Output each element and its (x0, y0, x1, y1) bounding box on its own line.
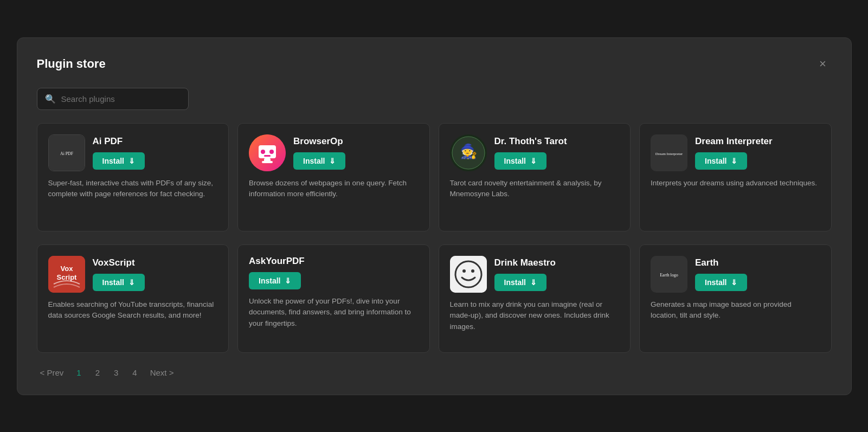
plugin-name: AskYourPDF (249, 256, 305, 267)
plugin-name-install: Dr. Thoth's Tarot Install ⇓ (494, 136, 567, 170)
plugin-top: BrowserOp Install ⇓ (249, 134, 419, 171)
svg-point-3 (269, 150, 274, 154)
install-label: Install (102, 157, 124, 165)
pagination: < Prev 1 2 3 4 Next > (37, 366, 832, 379)
plugin-name-install: Ai PDF Install ⇓ (93, 136, 145, 170)
plugin-name-install: AskYourPDF Install ⇓ (249, 256, 419, 289)
svg-rect-4 (264, 155, 271, 157)
plugin-card-voxscript: Vox Script VoxScript Install ⇓ Enables s… (37, 244, 229, 353)
install-label: Install (705, 278, 726, 287)
plugin-card-earth: Earth Install ⇓ Generates a map image ba… (639, 244, 832, 353)
download-icon: ⇓ (128, 157, 135, 165)
plugin-card-askyourpdf: AskYourPDF Install ⇓ Unlock the power of… (237, 244, 430, 353)
plugin-top: AskYourPDF Install ⇓ (249, 256, 419, 289)
install-button-drink-maestro[interactable]: Install ⇓ (494, 274, 546, 291)
search-icon: 🔍 (45, 94, 56, 104)
modal-header: Plugin store × (37, 55, 832, 73)
plugin-name: Ai PDF (93, 136, 145, 147)
ai-pdf-logo (48, 134, 85, 171)
install-button-ai-pdf[interactable]: Install ⇓ (93, 152, 145, 170)
svg-point-15 (462, 269, 466, 273)
plugin-name-install: Drink Maestro Install ⇓ (494, 257, 556, 291)
page-2-button[interactable]: 2 (91, 366, 104, 379)
page-1-button[interactable]: 1 (72, 366, 85, 379)
plugin-card-ai-pdf: Ai PDF Install ⇓ Super-fast, interactive… (37, 123, 229, 231)
plugin-top: Drink Maestro Install ⇓ (450, 256, 620, 293)
svg-point-2 (261, 150, 265, 154)
plugin-card-browserop: BrowserOp Install ⇓ Browse dozens of web… (237, 123, 430, 231)
install-label: Install (504, 157, 526, 165)
download-icon: ⇓ (530, 278, 537, 287)
download-icon: ⇓ (530, 157, 537, 165)
install-label: Install (303, 157, 325, 165)
plugin-top: Ai PDF Install ⇓ (48, 134, 218, 171)
install-button-thoth[interactable]: Install ⇓ (494, 152, 546, 170)
plugin-name-install: BrowserOp Install ⇓ (293, 136, 345, 170)
plugin-description: Interprets your dreams using advanced te… (651, 178, 820, 189)
plugin-card-dream-interpreter: Dream Interpreter Install ⇓ Interprets y… (639, 123, 832, 231)
plugin-description: Tarot card novelty entertainment & analy… (450, 178, 620, 201)
plugin-name: VoxScript (93, 257, 145, 268)
thoth-logo: 🧙 (450, 134, 487, 171)
plugin-card-drink-maestro: Drink Maestro Install ⇓ Learn to mix any… (439, 244, 631, 353)
plugin-top: 🧙 Dr. Thoth's Tarot Install ⇓ (450, 134, 620, 171)
install-button-voxscript[interactable]: Install ⇓ (93, 274, 145, 291)
install-label: Install (259, 276, 280, 285)
svg-text:🧙: 🧙 (460, 143, 478, 160)
plugins-grid-row2: Vox Script VoxScript Install ⇓ Enables s… (37, 244, 832, 353)
plugin-description: Generates a map image based on provided … (651, 299, 820, 322)
svg-text:Vox: Vox (60, 265, 73, 273)
browserop-logo (249, 134, 286, 171)
install-button-browserop[interactable]: Install ⇓ (293, 152, 345, 170)
modal-title: Plugin store (37, 57, 106, 71)
svg-text:Script: Script (56, 273, 77, 281)
install-label: Install (504, 278, 526, 287)
plugin-description: Enables searching of YouTube transcripts… (48, 299, 218, 322)
plugin-name: Earth (695, 257, 747, 268)
plugin-description: Unlock the power of your PDFs!, dive int… (249, 296, 419, 330)
close-button[interactable]: × (814, 55, 832, 73)
download-icon: ⇓ (285, 276, 291, 285)
plugin-description: Browse dozens of webpages in one query. … (249, 178, 419, 201)
install-button-dream[interactable]: Install ⇓ (695, 152, 747, 170)
search-bar: 🔍 (37, 88, 189, 110)
search-input[interactable] (61, 94, 181, 104)
svg-rect-6 (262, 161, 273, 163)
plugins-grid-row1: Ai PDF Install ⇓ Super-fast, interactive… (37, 123, 832, 231)
plugin-description: Learn to mix any drink you can imagine (… (450, 299, 620, 333)
prev-button[interactable]: < Prev (37, 366, 67, 379)
plugin-name: Drink Maestro (494, 257, 556, 268)
plugin-top: Vox Script VoxScript Install ⇓ (48, 256, 218, 293)
page-4-button[interactable]: 4 (128, 366, 141, 379)
plugin-name-install: VoxScript Install ⇓ (93, 257, 145, 291)
install-button-earth[interactable]: Install ⇓ (695, 274, 747, 291)
dream-logo (651, 134, 687, 171)
plugin-name: Dream Interpreter (695, 136, 773, 147)
plugin-store-modal: Plugin store × 🔍 Ai PDF Install ⇓ Super (17, 37, 852, 395)
plugin-card-dr-thoth: 🧙 Dr. Thoth's Tarot Install ⇓ Tarot card… (439, 123, 631, 231)
plugin-name-install: Earth Install ⇓ (695, 257, 747, 291)
download-icon: ⇓ (329, 157, 336, 165)
plugin-description: Super-fast, interactive chats with PDFs … (48, 178, 218, 201)
svg-point-16 (471, 269, 474, 273)
plugin-top: Earth Install ⇓ (651, 256, 820, 293)
download-icon: ⇓ (731, 278, 737, 287)
plugin-name-install: Dream Interpreter Install ⇓ (695, 136, 773, 170)
download-icon: ⇓ (731, 157, 737, 165)
plugin-top: Dream Interpreter Install ⇓ (651, 134, 820, 171)
next-button[interactable]: Next > (147, 366, 177, 379)
earth-logo (651, 256, 687, 293)
install-button-askyourpdf[interactable]: Install ⇓ (249, 272, 301, 289)
plugin-name: Dr. Thoth's Tarot (494, 136, 567, 147)
drink-maestro-logo (450, 256, 487, 293)
install-label: Install (102, 278, 124, 287)
voxscript-logo: Vox Script (48, 256, 85, 293)
page-3-button[interactable]: 3 (110, 366, 123, 379)
download-icon: ⇓ (128, 278, 135, 287)
install-label: Install (705, 157, 726, 165)
plugin-name: BrowserOp (293, 136, 345, 147)
